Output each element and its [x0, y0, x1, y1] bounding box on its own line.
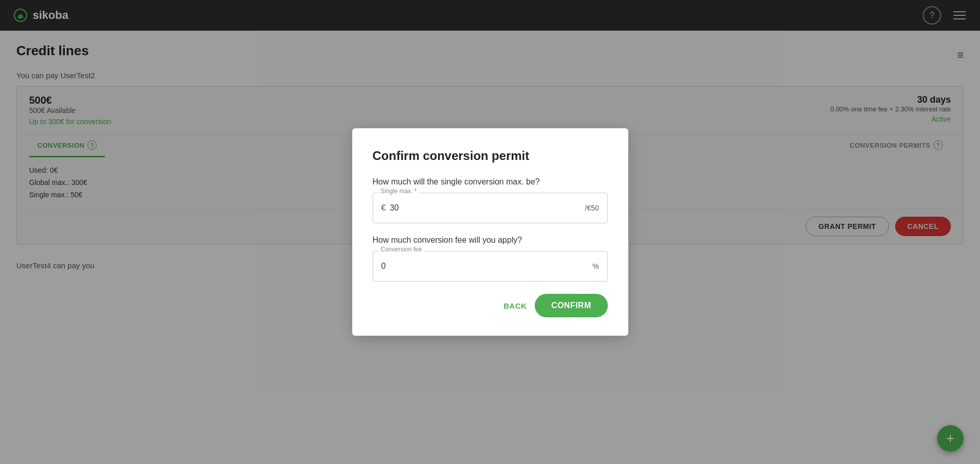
- modal-question-1: How much will the single conversion max.…: [373, 177, 608, 187]
- conversion-fee-input-wrapper: %: [373, 251, 608, 282]
- modal-question-2: How much conversion fee will you apply?: [373, 236, 608, 245]
- single-max-prefix: €: [381, 203, 386, 213]
- confirm-button[interactable]: CONFIRM: [535, 294, 607, 317]
- conversion-fee-label: Conversion fee: [379, 246, 424, 253]
- conversion-fee-suffix: %: [592, 262, 599, 270]
- single-max-input[interactable]: [390, 203, 585, 213]
- modal-overlay: Confirm conversion permit How much will …: [0, 0, 980, 464]
- single-max-input-wrapper: € /€50: [373, 193, 608, 223]
- single-max-input-group: Single max. * € /€50: [373, 193, 608, 223]
- single-max-suffix: /€50: [585, 204, 599, 212]
- modal-dialog: Confirm conversion permit How much will …: [352, 128, 628, 336]
- conversion-fee-input-group: Conversion fee %: [373, 251, 608, 282]
- modal-actions: BACK CONFIRM: [373, 294, 608, 317]
- modal-title: Confirm conversion permit: [373, 149, 608, 163]
- back-button[interactable]: BACK: [504, 301, 527, 310]
- single-max-label: Single max. *: [379, 188, 419, 195]
- conversion-fee-input[interactable]: [381, 262, 593, 271]
